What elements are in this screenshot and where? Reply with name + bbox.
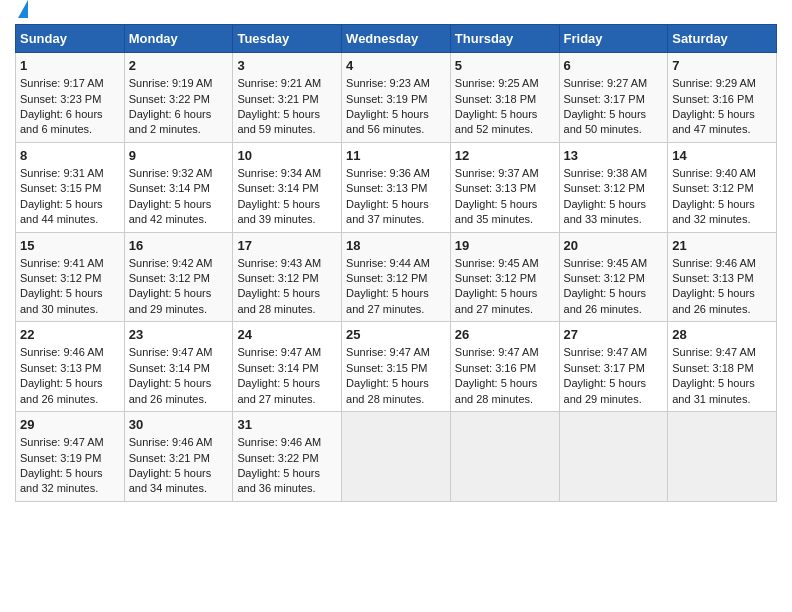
sunset-label: Sunset: 3:16 PM <box>672 93 753 105</box>
sunrise-label: Sunrise: 9:46 AM <box>672 257 756 269</box>
sunset-label: Sunset: 3:12 PM <box>237 272 318 284</box>
daylight-label: Daylight: 5 hours and 26 minutes. <box>20 377 103 404</box>
calendar-cell: 8Sunrise: 9:31 AMSunset: 3:15 PMDaylight… <box>16 142 125 232</box>
daylight-label: Daylight: 5 hours and 28 minutes. <box>237 287 320 314</box>
daylight-label: Daylight: 5 hours and 52 minutes. <box>455 108 538 135</box>
sunset-label: Sunset: 3:21 PM <box>129 452 210 464</box>
day-number: 28 <box>672 326 772 344</box>
sunset-label: Sunset: 3:13 PM <box>20 362 101 374</box>
calendar-cell: 14Sunrise: 9:40 AMSunset: 3:12 PMDayligh… <box>668 142 777 232</box>
calendar-cell: 2Sunrise: 9:19 AMSunset: 3:22 PMDaylight… <box>124 53 233 143</box>
day-number: 9 <box>129 147 229 165</box>
logo <box>15 10 28 18</box>
sunrise-label: Sunrise: 9:37 AM <box>455 167 539 179</box>
sunset-label: Sunset: 3:12 PM <box>564 182 645 194</box>
sunset-label: Sunset: 3:13 PM <box>346 182 427 194</box>
calendar-cell: 26Sunrise: 9:47 AMSunset: 3:16 PMDayligh… <box>450 322 559 412</box>
daylight-label: Daylight: 5 hours and 30 minutes. <box>20 287 103 314</box>
calendar-cell <box>342 412 451 502</box>
sunrise-label: Sunrise: 9:45 AM <box>455 257 539 269</box>
daylight-label: Daylight: 5 hours and 32 minutes. <box>20 467 103 494</box>
calendar-cell: 13Sunrise: 9:38 AMSunset: 3:12 PMDayligh… <box>559 142 668 232</box>
day-number: 30 <box>129 416 229 434</box>
daylight-label: Daylight: 5 hours and 34 minutes. <box>129 467 212 494</box>
day-number: 4 <box>346 57 446 75</box>
sunset-label: Sunset: 3:12 PM <box>672 182 753 194</box>
day-number: 11 <box>346 147 446 165</box>
day-number: 27 <box>564 326 664 344</box>
daylight-label: Daylight: 5 hours and 36 minutes. <box>237 467 320 494</box>
day-number: 31 <box>237 416 337 434</box>
calendar-cell: 31Sunrise: 9:46 AMSunset: 3:22 PMDayligh… <box>233 412 342 502</box>
day-header-friday: Friday <box>559 25 668 53</box>
sunset-label: Sunset: 3:12 PM <box>564 272 645 284</box>
sunrise-label: Sunrise: 9:47 AM <box>455 346 539 358</box>
day-header-monday: Monday <box>124 25 233 53</box>
calendar-cell: 28Sunrise: 9:47 AMSunset: 3:18 PMDayligh… <box>668 322 777 412</box>
sunrise-label: Sunrise: 9:25 AM <box>455 77 539 89</box>
calendar-cell <box>668 412 777 502</box>
calendar-cell: 5Sunrise: 9:25 AMSunset: 3:18 PMDaylight… <box>450 53 559 143</box>
sunrise-label: Sunrise: 9:43 AM <box>237 257 321 269</box>
daylight-label: Daylight: 5 hours and 27 minutes. <box>455 287 538 314</box>
calendar-cell: 16Sunrise: 9:42 AMSunset: 3:12 PMDayligh… <box>124 232 233 322</box>
calendar-cell: 1Sunrise: 9:17 AMSunset: 3:23 PMDaylight… <box>16 53 125 143</box>
calendar-cell: 29Sunrise: 9:47 AMSunset: 3:19 PMDayligh… <box>16 412 125 502</box>
daylight-label: Daylight: 5 hours and 26 minutes. <box>564 287 647 314</box>
daylight-label: Daylight: 5 hours and 47 minutes. <box>672 108 755 135</box>
sunrise-label: Sunrise: 9:23 AM <box>346 77 430 89</box>
day-number: 18 <box>346 237 446 255</box>
daylight-label: Daylight: 5 hours and 31 minutes. <box>672 377 755 404</box>
daylight-label: Daylight: 5 hours and 35 minutes. <box>455 198 538 225</box>
sunrise-label: Sunrise: 9:17 AM <box>20 77 104 89</box>
sunset-label: Sunset: 3:12 PM <box>20 272 101 284</box>
daylight-label: Daylight: 5 hours and 44 minutes. <box>20 198 103 225</box>
sunrise-label: Sunrise: 9:47 AM <box>672 346 756 358</box>
day-number: 13 <box>564 147 664 165</box>
sunrise-label: Sunrise: 9:47 AM <box>20 436 104 448</box>
sunset-label: Sunset: 3:22 PM <box>237 452 318 464</box>
day-number: 5 <box>455 57 555 75</box>
daylight-label: Daylight: 5 hours and 59 minutes. <box>237 108 320 135</box>
day-number: 25 <box>346 326 446 344</box>
sunset-label: Sunset: 3:17 PM <box>564 93 645 105</box>
day-number: 24 <box>237 326 337 344</box>
calendar-table: SundayMondayTuesdayWednesdayThursdayFrid… <box>15 24 777 502</box>
day-number: 29 <box>20 416 120 434</box>
daylight-label: Daylight: 5 hours and 27 minutes. <box>346 287 429 314</box>
day-number: 17 <box>237 237 337 255</box>
calendar-cell: 18Sunrise: 9:44 AMSunset: 3:12 PMDayligh… <box>342 232 451 322</box>
day-number: 8 <box>20 147 120 165</box>
day-number: 2 <box>129 57 229 75</box>
daylight-label: Daylight: 5 hours and 28 minutes. <box>455 377 538 404</box>
day-number: 20 <box>564 237 664 255</box>
day-header-sunday: Sunday <box>16 25 125 53</box>
sunset-label: Sunset: 3:18 PM <box>672 362 753 374</box>
sunrise-label: Sunrise: 9:21 AM <box>237 77 321 89</box>
day-number: 1 <box>20 57 120 75</box>
daylight-label: Daylight: 5 hours and 39 minutes. <box>237 198 320 225</box>
day-number: 3 <box>237 57 337 75</box>
calendar-cell <box>450 412 559 502</box>
sunrise-label: Sunrise: 9:32 AM <box>129 167 213 179</box>
day-number: 22 <box>20 326 120 344</box>
sunset-label: Sunset: 3:13 PM <box>672 272 753 284</box>
day-header-wednesday: Wednesday <box>342 25 451 53</box>
calendar-cell: 21Sunrise: 9:46 AMSunset: 3:13 PMDayligh… <box>668 232 777 322</box>
sunset-label: Sunset: 3:16 PM <box>455 362 536 374</box>
calendar-cell: 30Sunrise: 9:46 AMSunset: 3:21 PMDayligh… <box>124 412 233 502</box>
sunrise-label: Sunrise: 9:47 AM <box>564 346 648 358</box>
sunset-label: Sunset: 3:15 PM <box>20 182 101 194</box>
day-number: 16 <box>129 237 229 255</box>
sunset-label: Sunset: 3:14 PM <box>237 362 318 374</box>
calendar-cell: 12Sunrise: 9:37 AMSunset: 3:13 PMDayligh… <box>450 142 559 232</box>
daylight-label: Daylight: 5 hours and 26 minutes. <box>129 377 212 404</box>
calendar-cell: 19Sunrise: 9:45 AMSunset: 3:12 PMDayligh… <box>450 232 559 322</box>
sunrise-label: Sunrise: 9:45 AM <box>564 257 648 269</box>
day-header-tuesday: Tuesday <box>233 25 342 53</box>
sunset-label: Sunset: 3:17 PM <box>564 362 645 374</box>
day-number: 15 <box>20 237 120 255</box>
sunset-label: Sunset: 3:23 PM <box>20 93 101 105</box>
sunrise-label: Sunrise: 9:47 AM <box>237 346 321 358</box>
sunrise-label: Sunrise: 9:41 AM <box>20 257 104 269</box>
